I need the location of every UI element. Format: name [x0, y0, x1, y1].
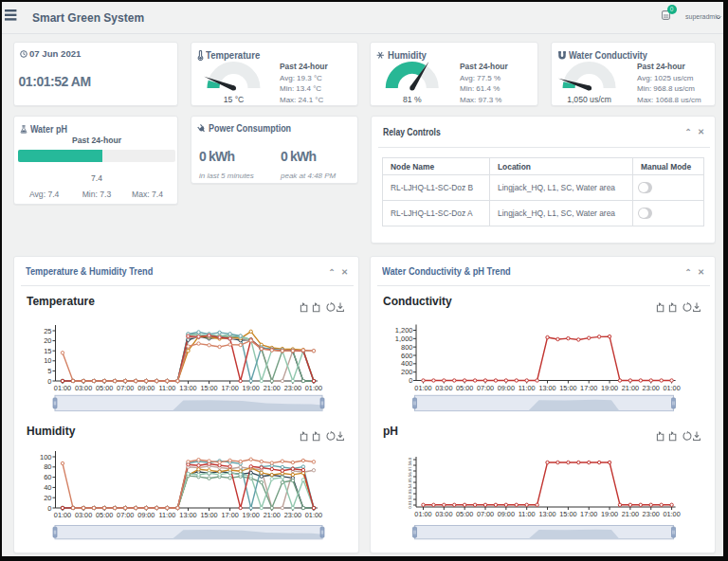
svg-text:01:00: 01:00	[414, 384, 431, 392]
svg-text:80: 80	[44, 462, 51, 471]
svg-text:01:00: 01:00	[663, 384, 680, 392]
svg-text:01:00: 01:00	[414, 510, 431, 518]
svg-text:400: 400	[401, 359, 413, 368]
svg-text:07:00: 07:00	[117, 511, 134, 519]
svg-text:05:00: 05:00	[456, 384, 473, 392]
svg-text:0.0: 0.0	[408, 502, 412, 508]
svg-text:03:00: 03:00	[75, 511, 92, 519]
svg-text:23:00: 23:00	[643, 510, 660, 518]
svg-text:20: 20	[44, 494, 51, 502]
svg-text:10: 10	[44, 356, 51, 365]
svg-text:03:00: 03:00	[435, 384, 452, 392]
svg-text:03:00: 03:00	[435, 510, 452, 518]
svg-text:20: 20	[44, 336, 51, 345]
svg-text:01:00: 01:00	[305, 384, 322, 392]
svg-text:09:00: 09:00	[498, 384, 515, 392]
svg-text:01:00: 01:00	[663, 510, 680, 518]
svg-text:6.0: 6.0	[408, 468, 412, 474]
svg-text:19:00: 19:00	[243, 511, 260, 519]
svg-text:11:00: 11:00	[519, 384, 536, 392]
svg-text:13:00: 13:00	[179, 511, 196, 519]
svg-text:11:00: 11:00	[159, 384, 176, 392]
svg-text:07:00: 07:00	[477, 510, 494, 518]
svg-text:09:00: 09:00	[498, 510, 515, 518]
svg-text:60: 60	[44, 473, 51, 481]
svg-text:600: 600	[401, 352, 413, 360]
svg-text:40: 40	[44, 483, 51, 492]
svg-text:17:00: 17:00	[580, 510, 597, 518]
svg-text:19:00: 19:00	[243, 384, 260, 392]
svg-text:23:00: 23:00	[284, 384, 301, 392]
svg-text:05:00: 05:00	[96, 511, 113, 519]
svg-text:19:00: 19:00	[601, 384, 618, 392]
svg-text:17:00: 17:00	[222, 511, 239, 519]
svg-text:21:00: 21:00	[264, 511, 281, 519]
svg-text:100: 100	[40, 453, 52, 461]
svg-text:0: 0	[409, 376, 412, 385]
svg-text:3.5: 3.5	[408, 485, 412, 491]
svg-text:1,200: 1,200	[395, 326, 413, 335]
svg-text:0: 0	[47, 377, 51, 386]
svg-text:05:00: 05:00	[456, 510, 473, 518]
svg-text:7.5: 7.5	[408, 462, 412, 468]
svg-text:25: 25	[44, 327, 51, 335]
svg-text:19:00: 19:00	[601, 510, 618, 518]
svg-text:17:00: 17:00	[580, 384, 597, 392]
svg-text:13:00: 13:00	[538, 510, 555, 518]
svg-text:0: 0	[47, 504, 51, 513]
svg-text:1.5: 1.5	[408, 497, 412, 502]
svg-text:5: 5	[47, 367, 51, 375]
svg-text:15:00: 15:00	[559, 510, 576, 518]
svg-text:13:00: 13:00	[179, 384, 196, 392]
svg-text:23:00: 23:00	[643, 384, 660, 392]
svg-text:1,000: 1,000	[395, 335, 413, 343]
svg-text:17:00: 17:00	[222, 384, 239, 392]
svg-text:11:00: 11:00	[519, 510, 536, 518]
svg-text:07:00: 07:00	[477, 384, 494, 392]
svg-text:15:00: 15:00	[559, 384, 576, 392]
svg-text:03:00: 03:00	[75, 384, 92, 392]
svg-text:4.0: 4.0	[408, 480, 412, 485]
svg-text:11:00: 11:00	[159, 511, 176, 519]
svg-text:23:00: 23:00	[284, 511, 301, 519]
svg-text:01:00: 01:00	[54, 511, 71, 519]
svg-text:01:00: 01:00	[54, 384, 71, 392]
svg-text:800: 800	[401, 343, 413, 352]
svg-text:15:00: 15:00	[200, 384, 217, 392]
svg-text:2.0: 2.0	[408, 491, 412, 497]
svg-text:21:00: 21:00	[264, 384, 281, 392]
svg-text:09:00: 09:00	[137, 511, 155, 519]
svg-text:13:00: 13:00	[538, 384, 555, 392]
svg-text:15:00: 15:00	[200, 511, 217, 519]
svg-text:8.0: 8.0	[408, 457, 412, 462]
svg-text:07:00: 07:00	[117, 384, 134, 392]
svg-text:21:00: 21:00	[622, 384, 639, 392]
svg-text:05:00: 05:00	[96, 384, 113, 392]
svg-text:01:00: 01:00	[305, 511, 322, 519]
svg-text:15: 15	[44, 347, 51, 355]
svg-text:5.5: 5.5	[408, 474, 412, 480]
svg-text:21:00: 21:00	[622, 510, 639, 518]
svg-text:200: 200	[401, 368, 413, 376]
svg-text:09:00: 09:00	[137, 384, 155, 392]
